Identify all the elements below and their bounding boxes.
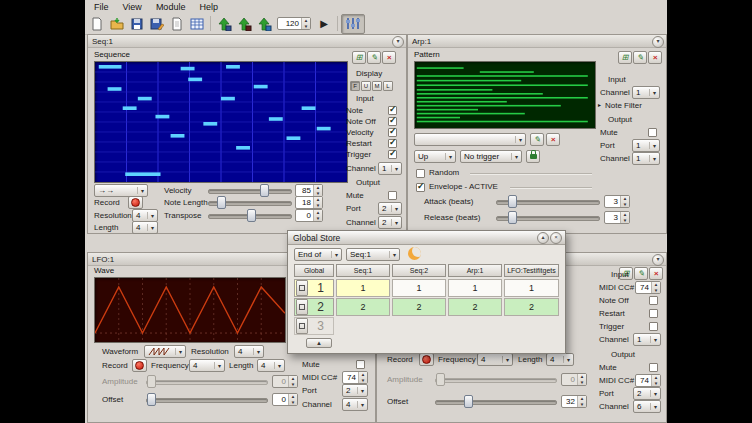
frequency-combo[interactable]: 4▾ [189, 359, 225, 372]
offset-spinbox[interactable]: 32▲▼ [561, 395, 587, 408]
store-row-global[interactable]: 3 [294, 317, 334, 335]
output-port-combo[interactable]: 2▾ [633, 387, 661, 400]
store-cell[interactable]: 2 [448, 298, 502, 316]
mute-checkbox[interactable] [388, 191, 397, 200]
velocity-checkbox[interactable] [388, 128, 397, 137]
delete-module-button[interactable]: × [382, 51, 396, 64]
restart-checkbox[interactable] [649, 309, 658, 318]
add-arp-button[interactable] [214, 14, 234, 34]
delete-module-button[interactable]: × [649, 267, 663, 280]
menu-file[interactable]: File [87, 1, 116, 13]
store-column-seq2[interactable]: Seq:2 [392, 264, 446, 277]
add-seq-button[interactable] [254, 14, 274, 34]
store-row-global[interactable]: 1 [294, 279, 334, 297]
length-combo[interactable]: 4▾ [546, 353, 574, 366]
transpose-slider[interactable] [208, 209, 292, 221]
seq-panel-header[interactable]: Seq:1 ▾ [88, 35, 406, 48]
midi-clock-toggle[interactable] [341, 14, 365, 34]
panel-collapse-button[interactable]: ▾ [652, 36, 664, 48]
clone-module-button[interactable]: ⊞ [618, 51, 632, 64]
input-channel-combo[interactable]: 1▾ [633, 333, 661, 346]
sequence-grid-display[interactable] [94, 61, 348, 183]
latch-mode-button[interactable] [526, 150, 540, 163]
output-port-combo[interactable]: 2▾ [342, 384, 368, 397]
input-channel-combo[interactable]: 1▾ [378, 162, 402, 175]
open-file-button[interactable] [107, 14, 127, 34]
spinner-arrows-icon[interactable]: ▲▼ [301, 18, 310, 29]
remove-pattern-button[interactable]: × [546, 133, 560, 146]
tempo-spinbox[interactable]: 120 ▲▼ [277, 17, 311, 30]
spinner-arrows-icon[interactable]: ▲▼ [651, 375, 660, 386]
mute-checkbox[interactable] [648, 128, 657, 137]
spinner-arrows-icon[interactable]: ▲▼ [620, 196, 629, 207]
add-lfo-button[interactable] [234, 14, 254, 34]
store-cell[interactable]: 1 [336, 279, 390, 297]
envelope-checkbox[interactable] [416, 183, 425, 192]
waveform-combo[interactable]: ▾ [144, 345, 186, 358]
store-column-seq1[interactable]: Seq:1 [336, 264, 390, 277]
menu-module[interactable]: Module [149, 1, 193, 13]
release-slider[interactable] [496, 211, 600, 223]
menu-help[interactable]: Help [192, 1, 225, 13]
length-combo[interactable]: 4▾ [257, 359, 285, 372]
store-cell[interactable]: 1 [448, 279, 502, 297]
transpose-spinbox[interactable]: 0▲▼ [295, 209, 323, 222]
output-midi-cc-spinbox[interactable]: 74▲▼ [635, 374, 661, 387]
resolution-combo[interactable]: 4▾ [234, 345, 264, 358]
moon-icon[interactable] [408, 247, 421, 260]
offset-slider[interactable] [435, 395, 557, 407]
save-file-as-button[interactable] [147, 14, 167, 34]
spinner-arrows-icon[interactable]: ▲▼ [620, 212, 629, 223]
note-checkbox[interactable] [388, 106, 397, 115]
pattern-preset-combo[interactable]: ▾ [414, 133, 526, 146]
save-file-button[interactable] [127, 14, 147, 34]
offset-slider[interactable] [146, 393, 268, 405]
mute-checkbox[interactable] [649, 363, 658, 372]
spinner-arrows-icon[interactable]: ▲▼ [577, 396, 586, 407]
arp-panel-header[interactable]: Arp:1 ▾ [408, 35, 666, 48]
menu-view[interactable]: View [116, 1, 149, 13]
dialog-shade-button[interactable]: ▴ [537, 232, 549, 244]
panel-collapse-button[interactable]: ▾ [652, 254, 664, 266]
direction-combo[interactable]: Up▾ [414, 150, 456, 163]
store-row-global[interactable]: 2 [294, 298, 334, 316]
velocity-slider[interactable] [208, 184, 292, 196]
note-off-checkbox[interactable] [649, 296, 658, 305]
dialog-close-button[interactable]: × [550, 232, 562, 244]
rename-module-button[interactable]: ✎ [367, 51, 381, 64]
store-column-lfo[interactable]: LFO:Testifitgets [504, 264, 559, 277]
store-cell[interactable]: 2 [336, 298, 390, 316]
output-port-combo[interactable]: 2▾ [378, 202, 402, 215]
mute-checkbox[interactable] [356, 360, 365, 369]
output-channel-combo[interactable]: 6▾ [633, 400, 661, 413]
store-mode-combo[interactable]: End of▾ [294, 248, 342, 261]
store-slot-button[interactable] [296, 299, 308, 315]
input-channel-combo[interactable]: 1▾ [632, 86, 660, 99]
rename-module-button[interactable]: ✎ [634, 267, 648, 280]
wave-display[interactable] [94, 277, 286, 343]
attack-spinbox[interactable]: 3▲▼ [604, 195, 630, 208]
record-button[interactable] [419, 353, 434, 366]
note-length-slider[interactable] [208, 196, 292, 208]
dialog-titlebar[interactable]: Global Store ▴ × [288, 231, 565, 245]
new-file-button[interactable] [87, 14, 107, 34]
random-checkbox[interactable] [416, 169, 425, 178]
edit-pattern-button[interactable]: ✎ [530, 133, 544, 146]
store-cell[interactable]: 1 [392, 279, 446, 297]
spinner-arrows-icon[interactable]: ▲▼ [313, 210, 322, 221]
store-cell[interactable]: 2 [392, 298, 446, 316]
zoom-full-button[interactable]: F [350, 81, 360, 91]
note-off-checkbox[interactable] [388, 117, 397, 126]
release-spinbox[interactable]: 3▲▼ [604, 211, 630, 224]
event-log-button[interactable] [187, 14, 207, 34]
spinner-arrows-icon[interactable]: ▲▼ [358, 372, 367, 383]
trigger-checkbox[interactable] [649, 322, 658, 331]
offset-spinbox[interactable]: 0▲▼ [272, 393, 298, 406]
note-length-spinbox[interactable]: 18▲▼ [295, 196, 323, 209]
store-scroll-up-button[interactable]: ▲ [306, 338, 332, 348]
spinner-arrows-icon[interactable]: ▲▼ [313, 185, 322, 196]
new-window-button[interactable] [167, 14, 187, 34]
spinner-arrows-icon[interactable]: ▲▼ [313, 197, 322, 208]
frequency-combo[interactable]: 4▾ [477, 353, 513, 366]
clone-module-button[interactable]: ⊞ [352, 51, 366, 64]
